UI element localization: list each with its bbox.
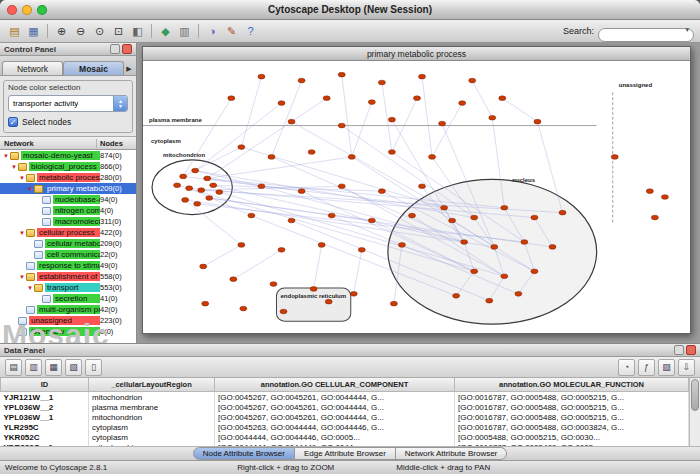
zoom-window-icon[interactable] [37, 5, 47, 15]
tree-row[interactable]: ▼establishment of lo...558(0) [0, 271, 136, 282]
help-icon[interactable]: ? [242, 23, 259, 40]
window-titlebar[interactable]: Cytoscape Desktop (New Session) [0, 0, 700, 20]
graph-node[interactable] [398, 243, 405, 248]
graph-node[interactable] [268, 155, 275, 160]
graph-node[interactable] [439, 121, 446, 126]
graph-node[interactable] [501, 205, 508, 210]
graph-node[interactable] [328, 213, 335, 218]
graph-node[interactable] [408, 213, 415, 218]
graph-node[interactable] [338, 184, 345, 189]
create-attribute-icon[interactable]: ▦ [45, 359, 62, 376]
graph-node[interactable] [258, 184, 265, 189]
open-session-icon[interactable]: ▤ [6, 23, 23, 40]
close-window-icon[interactable] [7, 5, 17, 15]
zoom-selected-icon[interactable]: ⊙ [91, 23, 108, 40]
graph-node[interactable] [198, 188, 205, 193]
graph-node[interactable] [194, 202, 201, 207]
expander-open-icon[interactable]: ▼ [10, 164, 18, 170]
expander-open-icon[interactable]: ▼ [18, 230, 26, 236]
import-network-icon[interactable]: ▥ [176, 23, 193, 40]
float-panel-icon[interactable] [110, 44, 120, 54]
graph-node[interactable] [559, 210, 566, 215]
graph-edge[interactable] [271, 81, 301, 157]
graph-node[interactable] [310, 287, 317, 292]
expander-open-icon[interactable]: ▼ [18, 175, 26, 181]
graph-node[interactable] [206, 196, 213, 201]
graph-node[interactable] [651, 215, 658, 220]
graph-node[interactable] [270, 282, 277, 287]
graph-edge[interactable] [472, 81, 492, 118]
tree-row[interactable]: ▼mosaic-demo-yeast874(0) [0, 150, 136, 161]
tree-row[interactable]: Overview8(0) [0, 326, 136, 337]
graph-node[interactable] [388, 117, 395, 122]
graph-node[interactable] [325, 299, 332, 304]
graph-node[interactable] [534, 119, 541, 124]
graph-edge[interactable] [185, 200, 241, 245]
graph-node[interactable] [611, 155, 618, 160]
graph-edge[interactable] [292, 122, 445, 208]
select-nodes-checkbox[interactable]: ✓ [8, 117, 18, 127]
tree-column-network[interactable]: Network [0, 139, 97, 148]
tab-network-attribute-browser[interactable]: Network Attribute Browser [396, 447, 507, 460]
graph-node[interactable] [449, 218, 456, 223]
graph-node[interactable] [461, 240, 468, 245]
graph-node[interactable] [549, 245, 556, 250]
graph-node[interactable] [288, 119, 295, 124]
table-row[interactable]: YDR039C__1mitochondrion[GO:0044444, GO:0… [1, 442, 689, 446]
table-column-header[interactable]: _cellularLayoutRegion [89, 378, 215, 392]
graph-edge[interactable] [392, 98, 417, 152]
graph-node[interactable] [248, 213, 255, 218]
folder-icon[interactable]: ▨ [658, 359, 675, 376]
pie-chart-icon[interactable]: ◔ [618, 359, 635, 376]
annotation-icon[interactable]: ✎ [223, 23, 240, 40]
tree-row[interactable]: ▼cellular process422(0) [0, 227, 136, 238]
tree-row[interactable]: cell communicati...22(0) [0, 249, 136, 260]
graph-edge[interactable] [502, 98, 537, 121]
network-view-titlebar[interactable]: primary metabolic process [143, 47, 690, 61]
table-row[interactable]: YPL036W__2plasma membrane[GO:0045267, GO… [1, 402, 689, 412]
tree-row[interactable]: response to stimu...49(0) [0, 260, 136, 271]
tree-row[interactable]: nitrogen compou...4(0) [0, 205, 136, 216]
tree-row[interactable]: secretion41(0) [0, 293, 136, 304]
zoom-out-icon[interactable]: ⊖ [72, 23, 89, 40]
graph-edge[interactable] [203, 245, 241, 267]
network-canvas[interactable]: plasma membranecytoplasmmitochondrionnuc… [143, 61, 690, 333]
graph-node[interactable] [258, 74, 265, 79]
float-data-panel-icon[interactable] [674, 345, 684, 355]
graph-node[interactable] [486, 298, 493, 303]
import-table-icon[interactable]: ⇩ [678, 359, 695, 376]
graph-node[interactable] [338, 72, 345, 77]
zoom-fit-icon[interactable]: ⊡ [110, 23, 127, 40]
graph-node[interactable] [489, 115, 496, 120]
graph-edge[interactable] [233, 250, 281, 279]
table-row[interactable]: YPL036W__1mitochondrion[GO:0045267, GO:0… [1, 412, 689, 422]
graph-node[interactable] [390, 301, 397, 306]
expander-open-icon[interactable]: ▼ [26, 285, 34, 291]
graph-node[interactable] [419, 184, 426, 189]
graph-node[interactable] [338, 123, 345, 128]
color-attribute-dropdown[interactable]: transporter activity ▲▼ [8, 95, 128, 112]
graph-edge[interactable] [342, 75, 352, 157]
graph-node[interactable] [308, 150, 315, 155]
graph-node[interactable] [661, 195, 668, 200]
graph-node[interactable] [531, 215, 538, 220]
graph-node[interactable] [348, 155, 355, 160]
graph-node[interactable] [459, 101, 466, 106]
table-column-header[interactable]: annotation.GO MOLECULAR_FUNCTION [455, 378, 689, 392]
graph-node[interactable] [278, 247, 285, 252]
tree-row[interactable]: ▼transport553(0) [0, 282, 136, 293]
expander-open-icon[interactable]: ▼ [26, 186, 34, 192]
graph-node[interactable] [350, 292, 357, 297]
graph-node[interactable] [378, 80, 385, 85]
graph-node[interactable] [238, 243, 245, 248]
search-dropdown-icon[interactable]: ▾ [685, 26, 689, 34]
tree-row[interactable]: cellular metaboli...209(0) [0, 238, 136, 249]
graph-node[interactable] [521, 240, 528, 245]
graph-edge[interactable] [422, 77, 432, 157]
graph-edge[interactable] [432, 103, 462, 157]
table-scrollbar-thumb[interactable] [691, 379, 699, 411]
graph-node[interactable] [646, 189, 653, 194]
tree-row[interactable]: ▼metabolic process280(0) [0, 172, 136, 183]
select-attributes-icon[interactable]: ▤ [5, 359, 22, 376]
graph-node[interactable] [501, 274, 508, 279]
